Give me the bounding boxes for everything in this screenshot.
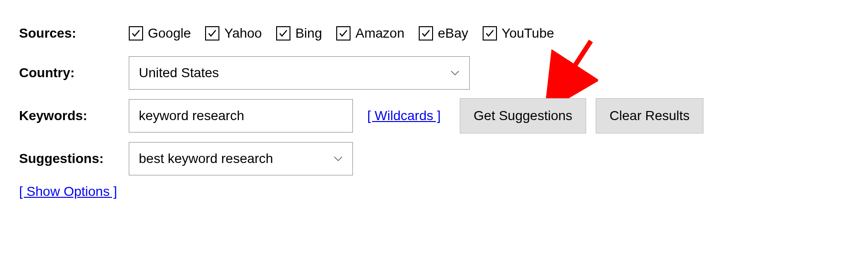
country-select[interactable]: United States: [129, 56, 470, 90]
clear-results-label: Clear Results: [610, 108, 690, 123]
source-youtube-checkbox[interactable]: YouTube: [483, 26, 554, 41]
get-suggestions-button[interactable]: Get Suggestions: [460, 98, 586, 133]
keywords-input[interactable]: [129, 99, 353, 132]
wildcards-link[interactable]: [ Wildcards ]: [367, 108, 441, 123]
sources-checkbox-group: Google Yahoo Bing Amazon eBay: [129, 26, 554, 41]
checkbox-icon: [276, 26, 290, 41]
checkbox-icon: [483, 26, 497, 41]
keywords-row: Keywords: [ Wildcards ] Get Suggestions …: [19, 98, 849, 133]
sources-label: Sources:: [19, 26, 129, 41]
country-selected-value: United States: [139, 65, 219, 81]
source-bing-label: Bing: [295, 26, 322, 41]
source-youtube-label: YouTube: [502, 26, 554, 41]
get-suggestions-label: Get Suggestions: [474, 108, 572, 123]
checkbox-icon: [205, 26, 219, 41]
source-yahoo-checkbox[interactable]: Yahoo: [205, 26, 262, 41]
sources-row: Sources: Google Yahoo Bing Amazon: [19, 19, 849, 48]
source-ebay-label: eBay: [438, 26, 468, 41]
source-google-checkbox[interactable]: Google: [129, 26, 191, 41]
source-google-label: Google: [148, 26, 191, 41]
source-amazon-checkbox[interactable]: Amazon: [336, 26, 404, 41]
source-bing-checkbox[interactable]: Bing: [276, 26, 322, 41]
source-ebay-checkbox[interactable]: eBay: [419, 26, 468, 41]
checkbox-icon: [419, 26, 433, 41]
suggestions-selected-value: best keyword research: [139, 151, 273, 166]
show-options-row: [ Show Options ]: [19, 184, 849, 199]
suggestions-select[interactable]: best keyword research: [129, 142, 353, 175]
country-row: Country: United States: [19, 56, 849, 90]
suggestions-label: Suggestions:: [19, 151, 129, 166]
keywords-label: Keywords:: [19, 108, 129, 123]
suggestions-row: Suggestions: best keyword research: [19, 142, 849, 175]
chevron-down-icon: [450, 70, 460, 76]
chevron-down-icon: [333, 156, 343, 162]
source-amazon-label: Amazon: [355, 26, 404, 41]
country-label: Country:: [19, 65, 129, 81]
action-buttons: Get Suggestions Clear Results: [460, 98, 703, 133]
show-options-link[interactable]: [ Show Options ]: [19, 184, 117, 199]
clear-results-button[interactable]: Clear Results: [596, 98, 703, 133]
checkbox-icon: [129, 26, 143, 41]
checkbox-icon: [336, 26, 351, 41]
source-yahoo-label: Yahoo: [224, 26, 262, 41]
